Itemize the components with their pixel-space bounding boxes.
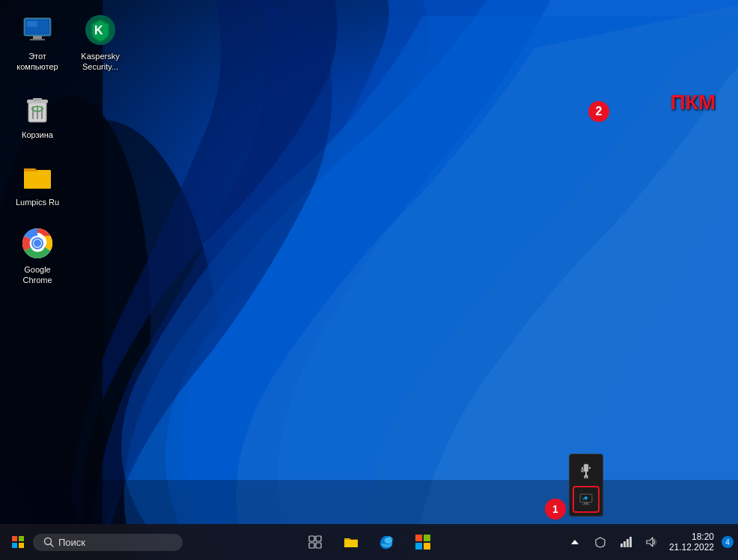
explorer-icon <box>343 534 359 550</box>
svg-rect-39 <box>316 536 321 541</box>
svg-rect-48 <box>623 541 626 547</box>
svg-rect-46 <box>424 543 430 550</box>
svg-rect-42 <box>344 540 358 547</box>
desktop-icon-recycle[interactable]: Корзина <box>7 86 67 144</box>
clock-date: 21.12.2022 <box>669 542 714 553</box>
shield-icon <box>594 536 606 548</box>
taskview-icon <box>308 535 322 549</box>
network-icon <box>620 536 632 548</box>
search-label: Поиск <box>58 537 85 548</box>
recycle-icon <box>19 91 55 127</box>
svg-rect-47 <box>620 544 623 547</box>
folder-icon <box>19 158 55 194</box>
clock-time: 18:20 <box>692 532 714 542</box>
lumpics-icon-label: Lumpics Ru <box>16 197 59 207</box>
svg-rect-8 <box>30 39 45 40</box>
tray-popup-vm-icon[interactable]: VM <box>573 486 600 513</box>
svg-rect-41 <box>316 543 321 548</box>
notification-area[interactable]: 4 <box>720 536 735 548</box>
tray-antivirus-icon[interactable] <box>588 530 612 554</box>
chevron-up-icon <box>571 540 579 544</box>
tray-expand-button[interactable] <box>563 530 587 554</box>
desktop-icon-chrome[interactable]: Google Chrome <box>7 221 67 290</box>
desktop-icon-lumpics[interactable]: Lumpics Ru <box>7 153 67 212</box>
chrome-icon-label: Google Chrome <box>10 264 64 286</box>
desktop-icons-container: Этот компьютер K Kaspersky Security... <box>7 7 130 290</box>
store-icon <box>415 534 431 550</box>
chrome-icon <box>19 225 55 261</box>
desktop-icon-kaspersky[interactable]: K Kaspersky Security... <box>70 7 130 77</box>
clock-widget[interactable]: 18:20 21.12.2022 <box>665 532 719 553</box>
tray-network-icon[interactable] <box>614 530 638 554</box>
store-button[interactable] <box>406 526 439 559</box>
tray-volume-icon[interactable] <box>639 530 663 554</box>
windows-logo-icon <box>12 536 24 548</box>
kaspersky-icon: K <box>82 12 118 48</box>
svg-point-35 <box>585 496 588 499</box>
svg-rect-44 <box>424 535 430 541</box>
search-box[interactable]: Поиск <box>33 534 183 551</box>
svg-point-23 <box>34 240 41 247</box>
svg-rect-10 <box>27 21 37 27</box>
svg-rect-50 <box>629 537 632 547</box>
svg-rect-24 <box>584 464 588 472</box>
svg-rect-28 <box>589 467 591 469</box>
svg-line-37 <box>51 544 54 547</box>
taskbar-right: 18:20 21.12.2022 4 <box>563 530 735 554</box>
svg-text:K: K <box>94 24 103 37</box>
computer-icon <box>19 12 55 48</box>
recycle-icon-label: Корзина <box>22 130 53 140</box>
computer-icon-label: Этот компьютер <box>10 51 64 73</box>
volume-icon <box>645 536 657 548</box>
pkm-label: ПКМ <box>670 91 716 115</box>
desktop-icon-computer[interactable]: Этот компьютер <box>7 7 67 77</box>
svg-rect-43 <box>415 535 422 541</box>
taskbar: Поиск <box>0 524 738 560</box>
svg-rect-45 <box>415 543 422 550</box>
svg-rect-40 <box>309 543 314 548</box>
taskview-button[interactable] <box>299 526 332 559</box>
svg-rect-38 <box>309 536 314 541</box>
tray-popup-usb-icon[interactable] <box>573 457 600 484</box>
desktop: Этот компьютер K Kaspersky Security... <box>0 0 738 560</box>
tray-popup: VM <box>569 454 603 517</box>
svg-rect-49 <box>626 539 629 547</box>
svg-rect-15 <box>33 98 42 101</box>
svg-rect-33 <box>582 504 590 505</box>
step-badge-2: 2 <box>588 101 609 122</box>
search-icon <box>43 537 54 547</box>
edge-icon <box>379 534 395 550</box>
svg-rect-27 <box>582 467 583 469</box>
edge-button[interactable] <box>370 526 403 559</box>
explorer-button[interactable] <box>335 526 368 559</box>
start-button[interactable] <box>3 527 33 557</box>
kaspersky-icon-label: Kaspersky Security... <box>73 51 127 73</box>
notification-badge: 4 <box>722 536 734 548</box>
taskbar-center-apps <box>299 526 439 559</box>
svg-rect-29 <box>582 469 583 472</box>
svg-rect-32 <box>584 502 588 504</box>
svg-marker-51 <box>647 538 653 547</box>
svg-rect-7 <box>33 36 42 39</box>
step-badge-1: 1 <box>545 499 566 520</box>
